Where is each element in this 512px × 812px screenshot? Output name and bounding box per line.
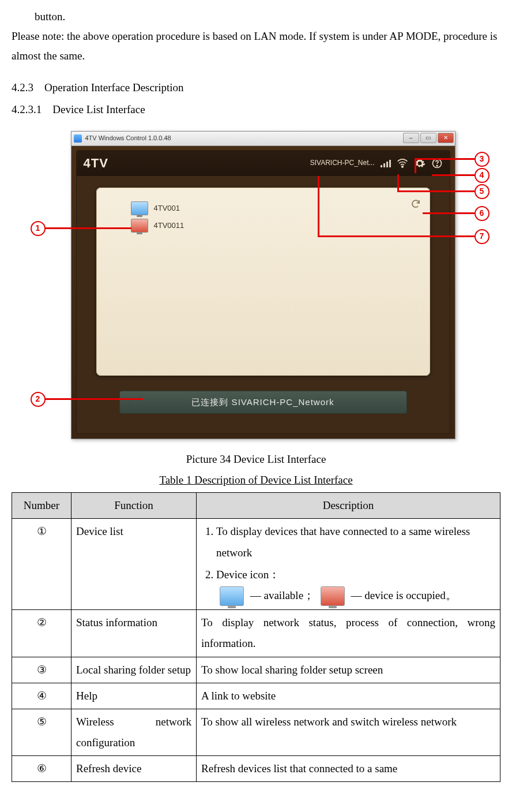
callout-line: [318, 176, 319, 237]
heading-4-2-3: 4.2.3 Operation Interface Description: [12, 78, 500, 98]
figure-caption: Picture 34 Device List Interface: [12, 450, 500, 469]
app-body: 4TV SIVARICH-PC_Net...: [76, 150, 450, 434]
figure-device-list: 4TV Windows Control 1.0.0.48 – ▭ ✕ 4TV S…: [71, 131, 454, 438]
callout-line: [397, 174, 399, 192]
cell-function: Help: [71, 683, 197, 709]
window-min-button[interactable]: –: [403, 133, 419, 143]
description-table: Number Function Description ① Device lis…: [12, 492, 500, 782]
app-icon: [74, 134, 82, 143]
cell-number: ⑥: [12, 755, 71, 781]
cell-description: To display network status, process of co…: [197, 610, 500, 657]
callout-line: [432, 174, 475, 176]
callout-line: [415, 158, 475, 160]
callout-5: 5: [475, 184, 490, 199]
callout-line: [397, 190, 475, 192]
desc-item: Device icon： — available； — device is oc…: [216, 564, 495, 607]
cell-number: ②: [12, 610, 71, 657]
window-max-button[interactable]: ▭: [420, 133, 436, 143]
device-row[interactable]: 4TV001: [96, 198, 430, 215]
table-row: ⑥ Refresh device Refresh devices list th…: [12, 755, 500, 781]
callout-line: [45, 227, 131, 229]
device-available-icon: [131, 201, 148, 215]
svg-point-0: [401, 166, 403, 168]
table-row: ① Device list To display devices that ha…: [12, 519, 500, 610]
cell-description: A link to website: [197, 683, 500, 709]
cell-description: Refresh devices list that connected to a…: [197, 755, 500, 781]
device-occupied-icon: [131, 219, 148, 233]
window-title: 4TV Windows Control 1.0.0.48: [85, 133, 171, 144]
app-logo: 4TV: [84, 152, 108, 175]
cell-number: ①: [12, 519, 71, 610]
callout-7: 7: [475, 229, 490, 244]
cell-description: To show all wireless network and switch …: [197, 709, 500, 755]
callout-3: 3: [475, 152, 490, 167]
heading-4-2-3-1: 4.2.3.1 Device List Interface: [12, 100, 500, 119]
th-function: Function: [71, 493, 197, 519]
cell-description: To show local sharing folder setup scree…: [197, 657, 500, 683]
cell-description: To display devices that have connected t…: [197, 519, 500, 610]
ssid-label: SIVARICH-PC_Net...: [310, 157, 375, 170]
table-row: ② Status information To display network …: [12, 610, 500, 657]
callout-line: [318, 235, 475, 237]
signal-icon: [381, 159, 391, 167]
callout-line: [423, 212, 475, 214]
table-caption: Table 1 Description of Device List Inter…: [12, 470, 500, 490]
device-name: 4TV001: [154, 201, 180, 215]
cell-number: ⑤: [12, 709, 71, 755]
table-row: ③ Local sharing folder setup To show loc…: [12, 657, 500, 683]
cell-function: Local sharing folder setup: [71, 657, 197, 683]
cell-function: Status information: [71, 610, 197, 657]
svg-point-2: [436, 165, 438, 166]
callout-2: 2: [31, 392, 46, 407]
callout-line: [45, 398, 143, 400]
th-description: Description: [197, 493, 500, 519]
callout-1: 1: [31, 221, 46, 236]
callout-4: 4: [475, 168, 490, 183]
device-row[interactable]: 4TV0011: [96, 215, 430, 233]
device-name: 4TV0011: [154, 219, 185, 232]
device-available-icon: [220, 586, 244, 606]
desc-text: — device is occupied。: [351, 589, 457, 601]
status-bar: 已连接到 SIVARICH-PC_Network: [119, 391, 407, 414]
device-occupied-icon: [321, 586, 345, 606]
cell-function: Device list: [71, 519, 197, 610]
callout-line: [415, 158, 416, 173]
th-number: Number: [12, 493, 71, 519]
cell-function: Wireless network configuration: [71, 709, 197, 755]
cell-number: ④: [12, 683, 71, 709]
table-row: ⑤ Wireless network configuration To show…: [12, 709, 500, 755]
cell-number: ③: [12, 657, 71, 683]
desc-text: Device icon：: [216, 568, 280, 581]
desc-item: To display devices that have connected t…: [216, 521, 495, 563]
note-paragraph: Please note: the above operation procedu…: [12, 27, 500, 66]
window-titlebar: 4TV Windows Control 1.0.0.48 – ▭ ✕: [71, 132, 455, 146]
window-close-button[interactable]: ✕: [438, 133, 454, 143]
device-list-panel: 4TV001 4TV0011: [96, 188, 430, 376]
refresh-icon[interactable]: [411, 196, 421, 206]
app-topbar: 4TV SIVARICH-PC_Net...: [77, 151, 450, 176]
table-row: ④ Help A link to website: [12, 683, 500, 709]
cell-function: Refresh device: [71, 755, 197, 781]
wifi-config-icon[interactable]: [397, 158, 408, 169]
desc-text: — available；: [250, 589, 317, 601]
prev-line: button.: [12, 7, 500, 27]
callout-6: 6: [475, 206, 490, 221]
